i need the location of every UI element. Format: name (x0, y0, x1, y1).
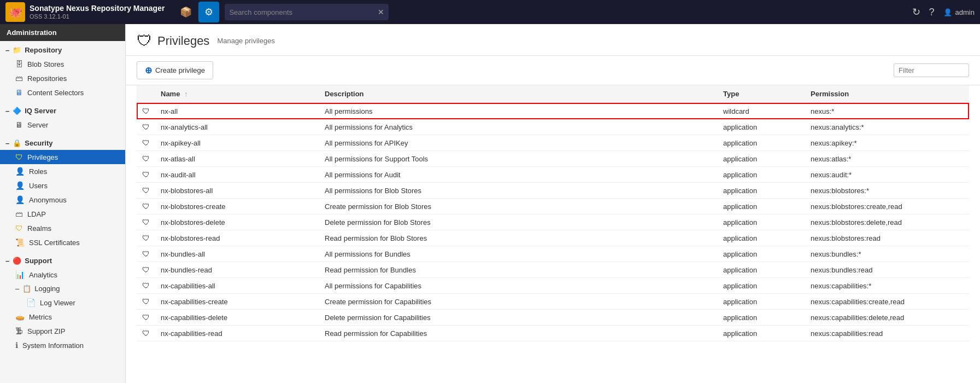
sidebar-item-support-zip[interactable]: 🗜 Support ZIP (0, 324, 125, 338)
sidebar-item-content-selectors[interactable]: 🖥 Content Selectors (0, 85, 125, 100)
expand-icon: – (5, 139, 9, 147)
expand-icon: – (5, 107, 9, 115)
search-bar: ✕ (225, 4, 389, 20)
app-version: OSS 3.12.1-01 (30, 13, 165, 20)
row-description: Create permission for Blob Stores (319, 199, 718, 214)
sidebar-group-logging[interactable]: – 📋 Logging (0, 282, 125, 295)
row-permission: nexus:bundles:read (805, 262, 969, 278)
row-icon-cell: 🛡 (137, 262, 155, 278)
ssl-icon: 📜 (15, 238, 25, 247)
sidebar-item-privileges[interactable]: 🛡 Privileges (0, 150, 125, 164)
table-row[interactable]: 🛡 nx-capabilities-read Read permission f… (137, 326, 969, 341)
sidebar-item-realms[interactable]: 🛡 Realms (0, 221, 125, 235)
user-label: admin (955, 8, 975, 16)
group-label: Repository (25, 46, 62, 54)
col-desc-header[interactable]: Description (319, 85, 718, 103)
row-name: nx-bundles-all (155, 246, 319, 262)
sidebar-item-system-info[interactable]: ℹ System Information (0, 338, 125, 352)
create-plus-icon: ⊕ (145, 65, 152, 76)
row-icon-cell: 🛡 (137, 326, 155, 341)
create-privilege-button[interactable]: ⊕ Create privilege (137, 61, 213, 79)
sidebar-item-label: Content Selectors (27, 89, 84, 97)
table-row[interactable]: 🛡 nx-apikey-all All permissions for APIK… (137, 135, 969, 151)
sidebar-group-repository[interactable]: – 📁 Repository (0, 43, 125, 57)
row-permission: nexus:blobstores:create,read (805, 199, 969, 214)
row-description: All permissions for Support Tools (319, 151, 718, 167)
sidebar-item-label: Privileges (27, 153, 58, 161)
table-header: Name ↑ Description Type Permission (137, 85, 969, 103)
sidebar-section-security: – 🔒 Security 🛡 Privileges 👤 Roles 👤 User… (0, 134, 125, 252)
table-row[interactable]: 🛡 nx-blobstores-read Read permission for… (137, 230, 969, 246)
sidebar-item-iq-server[interactable]: 🖥 Server (0, 118, 125, 132)
row-privilege-icon: 🛡 (142, 313, 150, 322)
row-privilege-icon: 🛡 (142, 154, 150, 163)
table-row[interactable]: 🛡 nx-all All permissions wildcard nexus:… (137, 103, 969, 119)
table-row[interactable]: 🛡 nx-blobstores-delete Delete permission… (137, 214, 969, 230)
iq-icon: 🔷 (13, 107, 21, 115)
main-content: 🛡 Privileges Manage privileges ⊕ Create … (126, 24, 980, 383)
logo-text: Sonatype Nexus Repository Manager OSS 3.… (30, 4, 165, 20)
row-description: Read permission for Bundles (319, 262, 718, 278)
logging-icon: 📋 (22, 285, 31, 293)
table-row[interactable]: 🛡 nx-audit-all All permissions for Audit… (137, 167, 969, 183)
row-name: nx-blobstores-read (155, 230, 319, 246)
row-description: Delete permission for Blob Stores (319, 214, 718, 230)
help-icon[interactable]: ? (929, 7, 935, 18)
browse-button[interactable]: 📦 (175, 2, 196, 22)
row-permission: nexus:blobstores:read (805, 230, 969, 246)
table-row[interactable]: 🛡 nx-analytics-all All permissions for A… (137, 119, 969, 135)
sidebar-item-repositories[interactable]: 🗃 Repositories (0, 71, 125, 85)
group-label: IQ Server (25, 107, 56, 115)
sidebar-group-security[interactable]: – 🔒 Security (0, 136, 125, 150)
sidebar-group-iq[interactable]: – 🔷 IQ Server (0, 104, 125, 118)
row-description: Create permission for Capabilities (319, 294, 718, 310)
table-row[interactable]: 🛡 nx-capabilities-create Create permissi… (137, 294, 969, 310)
col-icon-header (137, 85, 155, 103)
row-name: nx-apikey-all (155, 135, 319, 151)
blob-stores-icon: 🗄 (15, 60, 23, 68)
row-name: nx-capabilities-delete (155, 310, 319, 326)
sidebar-item-users[interactable]: 👤 Users (0, 178, 125, 193)
table-row[interactable]: 🛡 nx-atlas-all All permissions for Suppo… (137, 151, 969, 167)
user-menu[interactable]: 👤 admin (943, 8, 975, 16)
sort-arrow-icon: ↑ (184, 90, 188, 98)
sidebar-item-metrics[interactable]: 🥧 Metrics (0, 310, 125, 324)
table-row[interactable]: 🛡 nx-bundles-all All permissions for Bun… (137, 246, 969, 262)
expand-icon: – (15, 285, 19, 293)
sidebar-item-analytics[interactable]: 📊 Analytics (0, 268, 125, 282)
page-title: Privileges (157, 34, 209, 48)
table-row[interactable]: 🛡 nx-blobstores-create Create permission… (137, 199, 969, 214)
sidebar-item-ssl[interactable]: 📜 SSL Certificates (0, 235, 125, 249)
table-row[interactable]: 🛡 nx-blobstores-all All permissions for … (137, 183, 969, 199)
col-type-header[interactable]: Type (718, 85, 805, 103)
sidebar-section-iq: – 🔷 IQ Server 🖥 Server (0, 102, 125, 134)
sidebar-group-support[interactable]: – 🔴 Support (0, 254, 125, 268)
col-name-header[interactable]: Name ↑ (155, 85, 319, 103)
sidebar-item-blob-stores[interactable]: 🗄 Blob Stores (0, 57, 125, 71)
row-description: Read permission for Blob Stores (319, 230, 718, 246)
row-type: application (718, 326, 805, 341)
refresh-icon[interactable]: ↻ (912, 6, 920, 18)
table-row[interactable]: 🛡 nx-capabilities-delete Delete permissi… (137, 310, 969, 326)
sidebar-item-anonymous[interactable]: 👤 Anonymous (0, 193, 125, 207)
row-type: application (718, 135, 805, 151)
row-name: nx-blobstores-delete (155, 214, 319, 230)
create-button-label: Create privilege (155, 66, 205, 74)
repositories-icon: 🗃 (15, 74, 23, 83)
sidebar-item-roles[interactable]: 👤 Roles (0, 164, 125, 178)
sidebar-item-log-viewer[interactable]: 📄 Log Viewer (0, 295, 125, 310)
table-row[interactable]: 🛡 nx-capabilities-all All permissions fo… (137, 278, 969, 294)
col-perm-header[interactable]: Permission (805, 85, 969, 103)
row-type: application (718, 230, 805, 246)
row-name: nx-capabilities-create (155, 294, 319, 310)
row-type: application (718, 278, 805, 294)
row-icon-cell: 🛡 (137, 199, 155, 214)
filter-input[interactable] (899, 66, 964, 74)
row-description: All permissions for APIKey (319, 135, 718, 151)
row-privilege-icon: 🛡 (142, 107, 150, 115)
search-clear-icon[interactable]: ✕ (378, 8, 384, 16)
admin-button[interactable]: ⚙ (198, 2, 219, 22)
table-row[interactable]: 🛡 nx-bundles-read Read permission for Bu… (137, 262, 969, 278)
search-input[interactable] (229, 8, 378, 16)
sidebar-item-ldap[interactable]: 🗃 LDAP (0, 207, 125, 221)
